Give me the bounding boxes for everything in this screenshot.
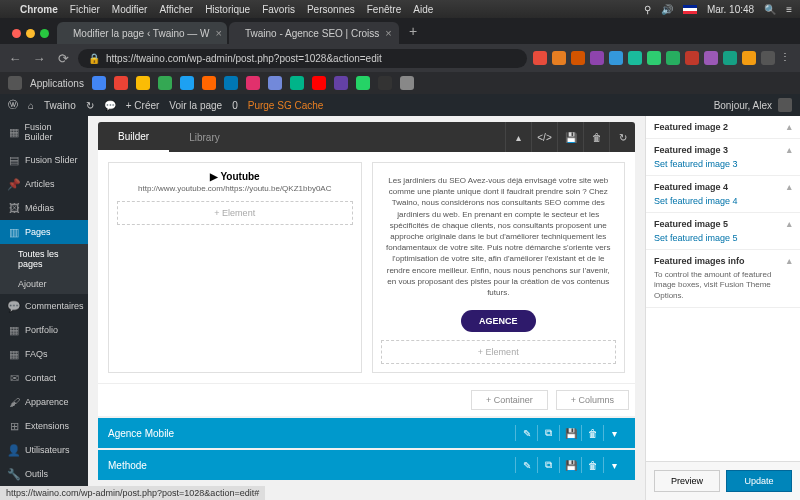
toggle-icon[interactable]: ▴ [505,122,531,152]
ext-icon[interactable] [552,51,566,65]
clone-icon[interactable]: ⧉ [537,425,559,441]
app-name[interactable]: Chrome [20,4,58,15]
close-window[interactable] [12,29,21,38]
move-icon[interactable]: ▾ [603,457,625,473]
menu-aide[interactable]: Aide [413,4,433,15]
tab-0[interactable]: Modifier la page ‹ Twaino — W × [57,22,227,44]
menu-afficher[interactable]: Afficher [159,4,193,15]
menu-personnes[interactable]: Personnes [307,4,355,15]
bookmark-icon[interactable] [136,76,150,90]
sidebar-sub-add[interactable]: Ajouter [0,274,88,294]
text-block[interactable]: Les jardiniers du SEO Avez-vous déjà env… [381,171,617,302]
menu-fichier[interactable]: Fichier [70,4,100,15]
url-field[interactable]: 🔒 https://twaino.com/wp-admin/post.php?p… [78,49,527,68]
youtube-block[interactable]: ▶ Youtube http://www.youtube.com/https:/… [117,171,353,193]
sidebar-contact[interactable]: ✉Contact [0,366,88,390]
meta-featured-5[interactable]: Featured image 5▴ Set featured image 5 [646,213,800,250]
ext-icon[interactable] [590,51,604,65]
minimize-window[interactable] [26,29,35,38]
clone-icon[interactable]: ⧉ [537,457,559,473]
meta-link[interactable]: Set featured image 5 [654,233,792,243]
wifi-icon[interactable]: ⚲ [644,4,651,15]
trash-icon[interactable]: 🗑 [583,122,609,152]
bookmark-icon[interactable] [356,76,370,90]
menu-favoris[interactable]: Favoris [262,4,295,15]
flag-icon[interactable] [683,5,697,14]
reload-button[interactable]: ⟳ [54,51,72,66]
bookmark-icon[interactable] [180,76,194,90]
move-icon[interactable]: ▾ [603,425,625,441]
new-tab-button[interactable]: + [401,18,425,44]
close-tab-icon[interactable]: × [385,27,391,39]
row-agence-mobile[interactable]: Agence Mobile ✎ ⧉ 💾 🗑 ▾ [98,418,635,448]
update-button[interactable]: Update [726,470,792,492]
save-icon[interactable]: 💾 [559,425,581,441]
apps-label[interactable]: Applications [30,78,84,89]
wpbar-purge[interactable]: Purge SG Cache [248,100,324,111]
apps-icon[interactable] [8,76,22,90]
bookmark-icon[interactable] [114,76,128,90]
add-columns-button[interactable]: + Columns [556,390,629,410]
delete-icon[interactable]: 🗑 [581,425,603,441]
site-name[interactable]: Twaino [44,100,76,111]
comments-icon[interactable]: 💬 [104,100,116,111]
meta-link[interactable]: Set featured image 3 [654,159,792,169]
edit-icon[interactable]: ✎ [515,457,537,473]
column-left[interactable]: ▶ Youtube http://www.youtube.com/https:/… [108,162,362,373]
meta-featured-3[interactable]: Featured image 3▴ Set featured image 3 [646,139,800,176]
wp-logo-icon[interactable]: ⓦ [8,98,18,112]
code-icon[interactable]: </> [531,122,557,152]
chevron-up-icon[interactable]: ▴ [787,219,792,229]
save-icon[interactable]: 💾 [559,457,581,473]
wpbar-view-page[interactable]: Voir la page [169,100,222,111]
wpbar-seo[interactable]: 0 [232,100,238,111]
bookmark-icon[interactable] [92,76,106,90]
bookmark-icon[interactable] [246,76,260,90]
spotlight-icon[interactable]: 🔍 [764,4,776,15]
history-icon[interactable]: ↻ [609,122,635,152]
menu-fenetre[interactable]: Fenêtre [367,4,401,15]
agence-button[interactable]: AGENCE [461,310,536,332]
sidebar-sub-all-pages[interactable]: Toutes les pages [0,244,88,274]
delete-icon[interactable]: 🗑 [581,457,603,473]
ext-icon[interactable] [628,51,642,65]
meta-link[interactable]: Set featured image 4 [654,196,792,206]
bookmark-icon[interactable] [202,76,216,90]
close-tab-icon[interactable]: × [216,27,222,39]
maximize-window[interactable] [40,29,49,38]
forward-button[interactable]: → [30,51,48,66]
bookmark-icon[interactable] [334,76,348,90]
sidebar-users[interactable]: 👤Utilisateurs [0,438,88,462]
ext-icon[interactable] [533,51,547,65]
add-container-button[interactable]: + Container [471,390,548,410]
save-icon[interactable]: 💾 [557,122,583,152]
bookmark-icon[interactable] [224,76,238,90]
ext-icon[interactable] [742,51,756,65]
back-button[interactable]: ← [6,51,24,66]
sidebar-tools[interactable]: 🔧Outils [0,462,88,486]
add-element-button[interactable]: + Element [117,201,353,225]
avatar[interactable] [778,98,792,112]
bookmark-icon[interactable] [268,76,282,90]
sidebar-fusion-slider[interactable]: ▤Fusion Slider [0,148,88,172]
tab-library[interactable]: Library [169,122,240,152]
ext-icon[interactable] [666,51,680,65]
ext-icon[interactable] [647,51,661,65]
chevron-up-icon[interactable]: ▴ [787,145,792,155]
column-right[interactable]: Les jardiniers du SEO Avez-vous déjà env… [372,162,626,373]
ext-icon[interactable] [571,51,585,65]
edit-icon[interactable]: ✎ [515,425,537,441]
sidebar-comments[interactable]: 💬Commentaires [0,294,88,318]
profile-icon[interactable] [761,51,775,65]
sidebar-portfolio[interactable]: ▦Portfolio [0,318,88,342]
chevron-up-icon[interactable]: ▴ [787,122,792,132]
sidebar-articles[interactable]: 📌Articles [0,172,88,196]
bookmark-icon[interactable] [158,76,172,90]
row-methode[interactable]: Methode ✎ ⧉ 💾 🗑 ▾ [98,450,635,480]
tab-builder[interactable]: Builder [98,122,169,152]
greeting[interactable]: Bonjour, Alex [714,100,772,111]
chevron-up-icon[interactable]: ▴ [787,256,792,266]
ext-icon[interactable] [609,51,623,65]
bookmark-icon[interactable] [378,76,392,90]
sidebar-appearance[interactable]: 🖌Apparence [0,390,88,414]
